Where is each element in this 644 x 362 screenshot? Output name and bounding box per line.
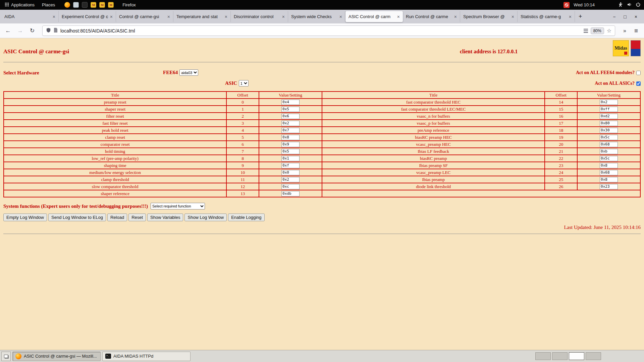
midas-launcher-icon[interactable]: M [99,2,105,8]
register-value-input[interactable] [281,163,300,168]
tab-close-icon[interactable]: × [53,14,55,19]
workspace-cell[interactable] [552,352,568,360]
register-value-input[interactable] [600,114,618,119]
page-icon[interactable] [54,28,58,34]
browser-tab[interactable]: Run Control @ carme× [403,11,460,22]
browser-tab[interactable]: Control @ carme-gsi× [116,11,173,22]
workspace-cell[interactable] [535,352,551,360]
send-log-window-to-elog-button[interactable]: Send Log Window to ELog [48,214,106,221]
url-text[interactable]: localhost:8015/AIDA/ASIC/ASIC.tml [60,28,581,34]
shield-icon[interactable] [46,27,51,34]
hamburger-menu-icon[interactable]: ≡ [632,27,641,35]
terminal-launcher-icon[interactable] [82,2,88,8]
register-value-input[interactable] [600,163,618,168]
register-offset: 0 [226,99,259,106]
reader-view-icon[interactable] [584,29,588,33]
midas-launcher-icon[interactable]: M [91,2,96,8]
register-value-input[interactable] [600,184,618,189]
lab-logo-red [631,41,640,49]
tab-close-icon[interactable]: × [167,14,170,19]
tab-close-icon[interactable]: × [397,14,400,19]
notification-badge-icon[interactable] [564,2,570,8]
window-list-toggle-button[interactable] [1,352,11,361]
applications-menu[interactable]: Applications [3,2,36,8]
firefox-launcher-icon[interactable] [64,2,70,8]
register-value-input[interactable] [281,170,300,175]
forward-button[interactable]: → [15,27,25,34]
browser-tab[interactable]: ASIC Control @ carm× [345,11,403,22]
show-log-window-button[interactable]: Show Log Window [184,214,227,221]
window-close-button[interactable]: × [635,14,637,19]
enable-logging-button[interactable]: Enable Logging [228,214,264,221]
register-value-input[interactable] [281,128,300,133]
tab-close-icon[interactable]: × [569,14,572,19]
register-value-input[interactable] [600,100,618,105]
register-value-input[interactable] [600,128,618,133]
window-maximize-button[interactable]: □ [624,14,626,19]
bookmark-star-icon[interactable]: ☆ [607,27,611,34]
register-value-input[interactable] [600,142,618,147]
register-value-input[interactable] [600,177,618,182]
reload-button[interactable]: Reload [107,214,127,221]
register-value-input[interactable] [281,184,300,189]
browser-tab[interactable]: Statistics @ carme-g× [518,11,575,22]
reload-button[interactable]: ↻ [28,27,37,34]
register-value-input[interactable] [281,177,300,182]
workspace-cell[interactable] [569,352,584,360]
asic-select[interactable]: 1 [239,80,249,86]
register-value-input[interactable] [281,135,300,140]
accessibility-icon[interactable] [618,2,623,8]
show-variables-button[interactable]: Show Variables [147,214,183,221]
register-value-input[interactable] [281,121,300,126]
editor-launcher-icon[interactable] [73,2,79,8]
tab-close-icon[interactable]: × [454,14,457,19]
register-value-input[interactable] [281,107,300,112]
empty-log-window-button[interactable]: Empty Log Window [3,214,47,221]
register-value-input[interactable] [600,156,618,161]
taskbar-window-button[interactable]: AIDA MIDAS HTTPd [102,352,191,361]
browser-tab[interactable]: Experiment Control @ c× [59,11,116,22]
url-bar[interactable]: localhost:8015/AIDA/ASIC/ASIC.tml 80% ☆ [42,25,615,36]
tab-close-icon[interactable]: × [110,14,113,19]
toolbar-overflow-icon[interactable]: » [621,28,629,34]
midas-launcher-icon[interactable]: M [108,2,114,8]
register-value-input[interactable] [281,100,300,105]
register-value-input[interactable] [281,114,300,119]
workspace-cell[interactable] [586,352,601,360]
clock[interactable]: Wed 10:14 [574,2,595,7]
lab-logo[interactable] [631,40,641,56]
browser-tab[interactable]: Spectrum Browser @× [460,11,518,22]
register-value-input[interactable] [600,135,618,140]
register-value-input[interactable] [281,142,300,147]
browser-tab[interactable]: Temperature and stat× [173,11,231,22]
browser-tab[interactable]: AIDA× [1,11,59,22]
register-value-input[interactable] [281,191,300,196]
taskbar-window-button[interactable]: ASIC Control @ carme-gsi — Mozill... [12,352,101,361]
active-app-label[interactable]: Firefox [122,2,136,7]
places-menu[interactable]: Places [41,2,56,8]
register-value-input[interactable] [600,121,618,126]
back-button[interactable]: ← [3,27,13,34]
reset-button[interactable]: Reset [128,214,146,221]
midas-logo[interactable]: Midas [613,40,629,56]
system-function-select[interactable]: Select required function [151,203,205,209]
fee64-select[interactable]: aida03 [179,69,198,76]
tab-close-icon[interactable]: × [225,14,227,19]
new-tab-button[interactable]: + [575,13,586,20]
power-icon[interactable] [636,2,641,8]
window-minimize-button[interactable]: − [613,14,615,19]
register-value-input[interactable] [600,170,618,175]
act-all-fee64-checkbox[interactable] [636,71,641,75]
tab-close-icon[interactable]: × [282,14,285,19]
tab-close-icon[interactable]: × [512,14,514,19]
browser-tab[interactable]: System wide Checks× [288,11,345,22]
zoom-level-indicator[interactable]: 80% [591,27,604,34]
register-value-input[interactable] [281,156,300,161]
tab-close-icon[interactable]: × [339,14,342,19]
register-value-input[interactable] [281,149,300,154]
volume-icon[interactable] [627,2,632,8]
act-all-asics-checkbox[interactable] [636,81,641,86]
browser-tab[interactable]: Discriminator control× [231,11,288,22]
register-value-input[interactable] [600,149,618,154]
register-value-input[interactable] [600,107,618,112]
